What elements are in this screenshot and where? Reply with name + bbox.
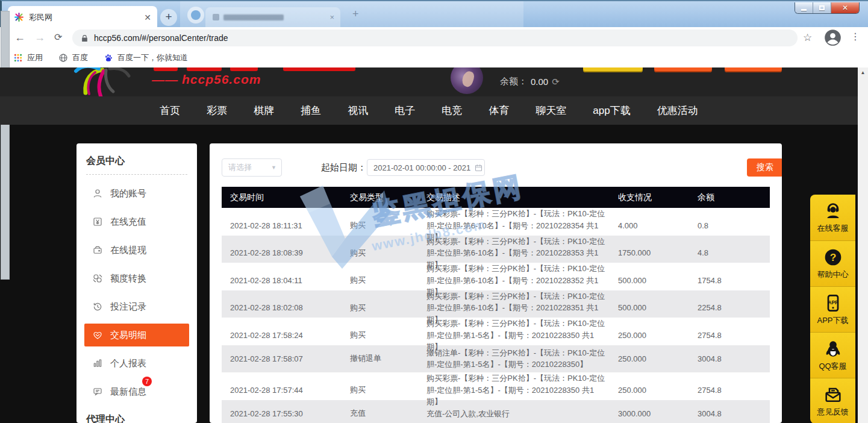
sidebar-item-0[interactable]: 我的账号 bbox=[84, 182, 189, 205]
floating-dock: 在线客服?帮助中心APPAPP下载QQ客服意见反馈 bbox=[810, 195, 855, 423]
cell-desc: 充值-公司入款,农业银行 bbox=[418, 408, 610, 420]
cell-time: 2021-02-28 17:55:30 bbox=[222, 409, 342, 418]
dock-item-2[interactable]: APPAPP下载 bbox=[810, 286, 855, 332]
table-row-1: 2021-02-28 18:08:39购买购买彩票-【彩种：三分PK拾】-【玩法… bbox=[222, 236, 770, 263]
cell-desc: 购买彩票-【彩种：三分PK拾】-【玩法：PK10-定位胆-定位胆-第1-5名】-… bbox=[418, 372, 610, 408]
nav-item-7[interactable]: 体育 bbox=[489, 104, 509, 118]
sidebar-item-2[interactable]: 在线提现 bbox=[84, 239, 189, 262]
cell-time: 2021-02-28 18:08:39 bbox=[222, 248, 342, 257]
user-avatar[interactable] bbox=[451, 67, 483, 94]
sidebar-footer-title: 代理中心 bbox=[76, 409, 197, 423]
trade-icon bbox=[92, 330, 103, 340]
table-header-row: 交易时间交易类型交易描述收支情况余额 bbox=[222, 187, 770, 208]
browser-tab[interactable]: 彩民网 ✕ bbox=[8, 6, 157, 28]
table-row-5: 2021-02-28 17:58:07撤销退单撤销注单-【彩种：三分PK拾】-【… bbox=[222, 345, 770, 373]
sidebar-item-1[interactable]: 在线充值 bbox=[84, 210, 189, 233]
bookmark-item-2[interactable]: 百度一下，你就知道 bbox=[104, 52, 188, 63]
cell-balance: 3004.8 bbox=[689, 354, 770, 363]
date-range-value: 2021-02-01 00:00:00 - 2021 bbox=[373, 163, 470, 172]
window-minimize-button[interactable] bbox=[795, 2, 813, 13]
window-close-button[interactable]: ✕ bbox=[831, 2, 859, 13]
search-button[interactable]: 搜索 bbox=[747, 158, 782, 177]
nav-item-0[interactable]: 首页 bbox=[160, 104, 180, 118]
header-button-partial-3[interactable] bbox=[725, 67, 782, 72]
cell-balance: 2754.8 bbox=[689, 386, 770, 395]
apps-grid-icon bbox=[13, 53, 23, 63]
balance-refresh-icon[interactable]: ⟳ bbox=[552, 77, 560, 87]
bookmark-star-icon[interactable]: ☆ bbox=[803, 31, 812, 44]
sidebar-item-4[interactable]: 投注记录 bbox=[84, 295, 189, 318]
sidebar-item-7[interactable]: 最新信息7 bbox=[84, 380, 189, 403]
nav-item-9[interactable]: app下载 bbox=[593, 104, 630, 118]
back-icon[interactable]: ← bbox=[14, 31, 25, 44]
nav-item-4[interactable]: 视讯 bbox=[348, 104, 368, 118]
bookmark-item-1[interactable]: 百度 bbox=[58, 52, 88, 63]
scrollbar-thumb[interactable] bbox=[1, 11, 10, 280]
main-nav: 首页彩票棋牌捕鱼视讯电子电竞体育聊天室app下载优惠活动 bbox=[0, 96, 858, 125]
cell-amount: 3000.000 bbox=[610, 409, 689, 418]
background-window-newtab: + bbox=[352, 8, 359, 20]
sidebar-item-5[interactable]: 交易明细 bbox=[84, 324, 189, 346]
dock-item-4[interactable]: 意见反馈 bbox=[810, 378, 855, 423]
header-button-partial-2[interactable] bbox=[654, 67, 712, 72]
help-icon: ? bbox=[823, 248, 843, 267]
cell-amount: 250.000 bbox=[610, 354, 689, 363]
dock-item-0[interactable]: 在线客服 bbox=[810, 195, 855, 240]
table-header-cell: 交易类型 bbox=[342, 192, 418, 203]
cell-desc: 撤销注单-【彩种：三分PK拾】-【玩法：PK10-定位胆-定位胆-第1-5名】-… bbox=[418, 347, 610, 371]
date-range-input[interactable]: 2021-02-01 00:00:00 - 2021 bbox=[367, 159, 485, 176]
table-header-cell: 交易描述 bbox=[418, 192, 610, 203]
transfer-icon bbox=[92, 273, 103, 284]
cell-balance: 1754.8 bbox=[689, 276, 770, 285]
table-row-2: 2021-02-28 18:04:11购买购买彩票-【彩种：三分PK拾】-【玩法… bbox=[222, 263, 770, 290]
browser-titlebar: × + 彩民网 ✕ + ✕ bbox=[0, 0, 868, 27]
table-header-cell: 余额 bbox=[689, 192, 770, 203]
nav-item-3[interactable]: 捕鱼 bbox=[301, 104, 321, 118]
site-logo-domain[interactable]: ——hccp56.com bbox=[152, 72, 261, 87]
browser-profile-avatar[interactable] bbox=[824, 29, 841, 49]
background-window-icon bbox=[187, 7, 204, 24]
forward-icon[interactable]: → bbox=[34, 31, 45, 44]
tab-close-icon[interactable]: ✕ bbox=[144, 13, 151, 22]
divider bbox=[86, 174, 187, 175]
history-icon bbox=[92, 301, 103, 312]
type-select[interactable]: 请选择 ▼ bbox=[222, 158, 282, 177]
reload-icon[interactable]: ⟳ bbox=[54, 31, 62, 43]
cell-time: 2021-02-28 17:57:44 bbox=[222, 386, 342, 395]
sidebar-item-3[interactable]: 额度转换 bbox=[84, 267, 189, 290]
header-button-partial-1[interactable] bbox=[583, 67, 643, 72]
scrollbar-up-icon[interactable]: ▲ bbox=[858, 67, 868, 78]
nav-item-5[interactable]: 电子 bbox=[395, 104, 415, 118]
table-row-4: 2021-02-28 17:58:24购买购买彩票-【彩种：三分PK拾】-【玩法… bbox=[222, 318, 770, 345]
cell-time: 2021-02-28 18:02:08 bbox=[222, 303, 342, 312]
cell-balance: 2754.8 bbox=[689, 331, 770, 340]
cell-type: 购买 bbox=[342, 330, 418, 340]
bookmark-item-0[interactable]: 应用 bbox=[13, 52, 43, 63]
report-icon bbox=[92, 358, 103, 369]
calendar-icon[interactable] bbox=[474, 163, 483, 172]
cell-amount: 500.000 bbox=[610, 303, 689, 312]
sidebar-item-6[interactable]: 个人报表 bbox=[84, 352, 189, 375]
cell-amount: 250.000 bbox=[610, 386, 689, 395]
dock-item-3[interactable]: QQ客服 bbox=[810, 332, 855, 378]
window-maximize-button[interactable] bbox=[813, 2, 831, 13]
nav-item-1[interactable]: 彩票 bbox=[207, 104, 227, 118]
page-scrollbar[interactable]: ▲ bbox=[858, 67, 868, 423]
service-icon bbox=[823, 201, 843, 221]
trade-panel: 请选择 ▼ 起始日期： 2021-02-01 00:00:00 - 2021 搜… bbox=[210, 143, 782, 423]
site-logo-icon[interactable] bbox=[67, 67, 140, 96]
nav-item-6[interactable]: 电竞 bbox=[442, 104, 462, 118]
balance-value: 0.00 bbox=[531, 77, 548, 87]
cell-balance: 0.8 bbox=[689, 221, 770, 230]
table-row-6: 2021-02-28 17:57:44购买购买彩票-【彩种：三分PK拾】-【玩法… bbox=[222, 372, 770, 400]
nav-item-8[interactable]: 聊天室 bbox=[535, 104, 566, 118]
nav-item-10[interactable]: 优惠活动 bbox=[657, 104, 698, 118]
new-tab-button[interactable]: + bbox=[160, 9, 177, 26]
nav-item-2[interactable]: 棋牌 bbox=[254, 104, 274, 118]
dock-item-1[interactable]: ?帮助中心 bbox=[810, 240, 855, 286]
cell-time: 2021-02-28 17:58:07 bbox=[222, 354, 342, 363]
url-bar[interactable]: hccp56.com/#/personalCenter/trade bbox=[72, 30, 798, 46]
member-center-card: 会员中心 我的账号在线充值在线提现额度转换投注记录交易明细个人报表最新信息7 代… bbox=[76, 143, 197, 423]
filter-row: 请选择 ▼ 起始日期： 2021-02-01 00:00:00 - 2021 搜… bbox=[222, 158, 770, 177]
browser-menu-icon[interactable]: ⋮ bbox=[851, 31, 860, 42]
